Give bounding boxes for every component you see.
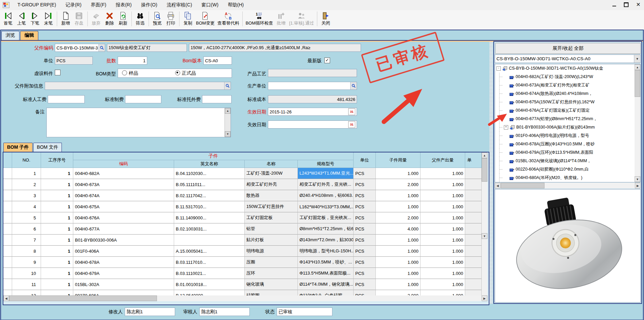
row-en-cell[interactable]: B.03.1117010...: [174, 257, 245, 268]
scroll-down-icon[interactable]: ▼: [225, 131, 231, 137]
row-code-cell[interactable]: 004H0-677A: [73, 223, 174, 235]
table-row[interactable]: 12 1 002Z0-606A B.12.0540000... 硅胶圈 Φ110…: [3, 290, 482, 295]
bom-version-combo[interactable]: CS-BYB-O-150MW-30D71-WCTKG-A0:CS-A0 ▼: [495, 55, 641, 63]
row-name-cell[interactable]: 贴片灯板: [245, 235, 298, 246]
row-seq-cell[interactable]: 1: [41, 257, 73, 268]
row-extra-cell[interactable]: [465, 201, 482, 212]
bom-version-field[interactable]: CS-A0: [203, 57, 232, 65]
parent-extra-field[interactable]: [45, 82, 231, 90]
row-output-cell[interactable]: 1.000: [420, 168, 465, 179]
scroll-left-icon[interactable]: ◀: [3, 295, 9, 301]
row-selector-cell[interactable]: [3, 268, 12, 279]
tree-item[interactable]: + B01-BYB00330-006A(贴片灯板)(Ø143mm: [495, 123, 640, 132]
tree-item[interactable]: 004H0-677A(铝管)(Ø8mm*H51*T2.25mm，: [495, 115, 640, 123]
menu-item[interactable]: 窗口(W): [197, 1, 223, 9]
row-extra-cell[interactable]: [465, 235, 482, 246]
scroll-left-icon[interactable]: ◀: [495, 183, 500, 188]
row-code-cell[interactable]: 002Z0-606A: [73, 290, 174, 295]
row-selector-cell[interactable]: [3, 201, 12, 212]
table-row[interactable]: 6 1 004H0-677A B.02.1003031... 铝管 Ø8mm*H…: [3, 223, 482, 235]
row-qty-cell[interactable]: 2.000: [376, 179, 420, 190]
row-selector-cell[interactable]: [3, 168, 12, 179]
latest-version-checkbox[interactable]: ✓: [324, 58, 330, 63]
row-unit-cell[interactable]: PCS: [354, 290, 376, 295]
row-unit-cell[interactable]: PCS: [354, 190, 376, 201]
row-extra-cell[interactable]: [465, 190, 482, 201]
row-selector-cell[interactable]: [3, 246, 12, 257]
row-name-cell[interactable]: 硅胶圈: [245, 290, 298, 295]
row-output-cell[interactable]: 1.000: [420, 235, 465, 246]
row-seq-cell[interactable]: 1: [41, 168, 73, 179]
virtual-part-checkbox[interactable]: [55, 70, 61, 75]
row-output-cell[interactable]: 1.000: [420, 201, 465, 212]
row-qty-cell[interactable]: 1.000: [376, 279, 420, 290]
tree-vscrollbar[interactable]: ▲ ▼: [635, 64, 640, 182]
menu-item[interactable]: T-GROUP ERP(E): [13, 1, 61, 9]
row-en-cell[interactable]: B.11.1409000...: [174, 212, 245, 223]
row-name-cell[interactable]: 铝管: [245, 223, 298, 235]
row-spec-cell[interactable]: Ø114*T4.0MM，钢化玻璃...: [298, 279, 354, 290]
table-row[interactable]: 2 1 004H0-673A B.05.1111011... 相变工矿灯外壳 相…: [3, 179, 482, 190]
row-seq-cell[interactable]: 1: [41, 279, 73, 290]
table-row[interactable]: 1 1 004H0-682A B.04.1102030... 工矿灯-顶盖-20…: [3, 168, 482, 179]
std-labor-field[interactable]: [48, 95, 85, 103]
toolbar-audit-pass-button[interactable]: [1.审核].通过: [288, 10, 315, 28]
row-seq-cell[interactable]: 1: [41, 179, 73, 190]
toolbar-bom-change-button[interactable]: BOM变更: [195, 10, 216, 28]
row-output-cell[interactable]: 1.000: [420, 179, 465, 190]
chevron-down-icon[interactable]: ▼: [634, 55, 640, 63]
menu-item[interactable]: 操作(O): [136, 1, 162, 9]
row-selector-cell[interactable]: [3, 212, 12, 223]
toolbar-print-button[interactable]: 打印: [164, 10, 177, 28]
tree-item[interactable]: 004H0-676A(工矿灯固定板)(工矿灯固定: [495, 106, 640, 115]
scroll-down-icon[interactable]: ▼: [635, 176, 640, 182]
row-qty-cell[interactable]: 1.000: [376, 168, 420, 179]
menu-item[interactable]: 界面(F): [86, 1, 111, 9]
row-spec-cell[interactable]: Ø240.4*H108mm，铝6063...: [298, 190, 354, 201]
table-row[interactable]: 11 1 015BL-302A B.01.0010018... 钢化玻璃 Ø11…: [3, 279, 482, 290]
toolbar-bom-loop-check-button[interactable]: 1BOM循环检查: [244, 10, 275, 28]
row-spec-cell[interactable]: L162*W40*H133*T3.0MM,...: [298, 201, 354, 212]
toolbar-delete-button[interactable]: 删除: [103, 10, 116, 28]
remark-scrollbar[interactable]: ▲▼: [225, 108, 231, 137]
row-unit-cell[interactable]: PCS: [354, 179, 376, 190]
toolbar-new-button[interactable]: 新增: [59, 10, 72, 28]
row-name-cell[interactable]: 相变工矿灯外壳: [245, 179, 298, 190]
row-code-cell[interactable]: 004H0-678A: [73, 257, 174, 268]
row-seq-cell[interactable]: 1: [41, 235, 73, 246]
row-output-cell[interactable]: 1.000: [420, 246, 465, 257]
table-row[interactable]: 8 1 001F0-406A A.15.0005041... 明纬电源 明纬电源…: [3, 246, 482, 257]
row-qty-cell[interactable]: 4.000: [376, 223, 420, 235]
scroll-up-icon[interactable]: ▲: [225, 108, 231, 114]
row-spec-cell[interactable]: Φ143*H10.5MM，喷砂、...: [298, 257, 354, 268]
row-output-cell[interactable]: 1.000: [420, 223, 465, 235]
row-name-cell[interactable]: 工矿灯-顶盖-200W: [245, 168, 298, 179]
tree-item[interactable]: 004H0-679A(压环)(Φ113.5*H5MM,表面阳: [495, 148, 640, 157]
row-unit-cell[interactable]: PCS: [354, 235, 376, 246]
row-spec-cell[interactable]: 工矿灯固定板，亚光铁灰...: [298, 212, 354, 223]
row-extra-cell[interactable]: [465, 168, 482, 179]
row-seq-cell[interactable]: 1: [41, 212, 73, 223]
tree-item[interactable]: - CS-BYB-O-150MW-30D71-WCTKG-A0(150W钛金: [495, 64, 640, 73]
row-en-cell[interactable]: B.01.0010018...: [174, 279, 245, 290]
table-row[interactable]: 9 1 004H0-678A B.03.1117010... 压圈 Φ143*H…: [3, 257, 482, 268]
row-name-cell[interactable]: 明纬电源: [245, 246, 298, 257]
row-code-cell[interactable]: B01-BYB00330-006A: [73, 235, 174, 246]
tree-item[interactable]: 004H0-673A(相变工矿灯外壳)(相变工矿: [495, 81, 640, 90]
row-seq-cell[interactable]: 1: [41, 223, 73, 235]
tab-browse[interactable]: 浏览: [1, 31, 19, 40]
row-en-cell[interactable]: A.15.0005041...: [174, 246, 245, 257]
scroll-right-icon[interactable]: ▶: [635, 183, 641, 188]
vscroll-thumb[interactable]: [482, 158, 487, 182]
row-code-cell[interactable]: 004H0-676A: [73, 212, 174, 223]
row-seq-cell[interactable]: 1: [41, 190, 73, 201]
std-outsource-field[interactable]: [202, 95, 232, 103]
parent-extra-lookup-button[interactable]: [224, 82, 231, 90]
row-qty-cell[interactable]: 1.000: [376, 235, 420, 246]
calendar-icon[interactable]: 31: [348, 121, 355, 128]
row-name-cell[interactable]: 压环: [245, 268, 298, 279]
std-mfg-field[interactable]: [125, 95, 161, 103]
calendar-icon[interactable]: 31: [348, 108, 355, 115]
row-extra-cell[interactable]: [465, 268, 482, 279]
row-output-cell[interactable]: 1.000: [420, 279, 465, 290]
